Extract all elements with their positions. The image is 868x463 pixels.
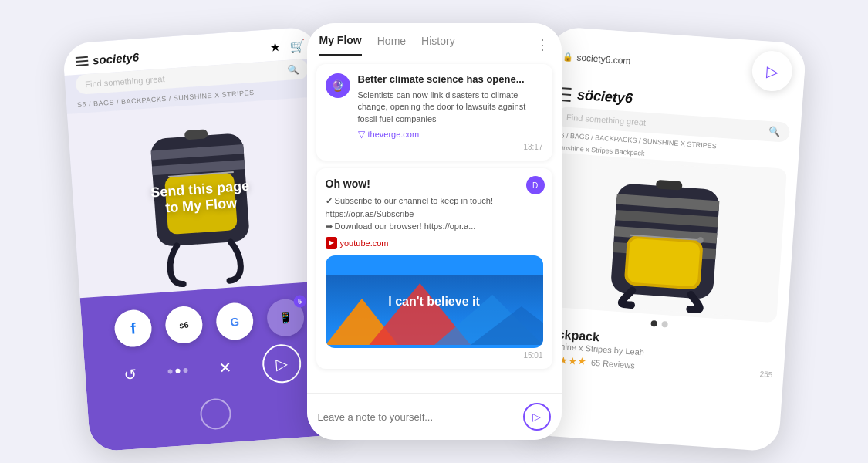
msg-avatar-2: D bbox=[526, 176, 545, 194]
right-search-icon: 🔍 bbox=[768, 126, 780, 137]
search-placeholder-left: Find something great bbox=[84, 74, 164, 89]
mid-messages: 🔮 Better climate science has opene... Sc… bbox=[307, 56, 562, 393]
oh-wow-message-card: D Oh wow! ✔ Subscribe to our channel to … bbox=[316, 168, 552, 369]
phones-container: society6 ★ 🛒 Find something great 🔍 S6 /… bbox=[0, 0, 868, 463]
share-overlay: f s6 G 📱 5 ↺ ✕ ▷ bbox=[79, 280, 344, 452]
tab-home[interactable]: Home bbox=[377, 35, 406, 55]
yt-logo: ▶ bbox=[326, 237, 337, 249]
society6-share-icon[interactable]: s6 bbox=[164, 305, 203, 344]
msg-header-1: 🔮 Better climate science has opene... Sc… bbox=[326, 73, 543, 140]
share-icons-row: f s6 G 📱 5 bbox=[113, 298, 305, 348]
backpack-svg-right bbox=[587, 160, 744, 316]
right-url-bar: 🔒 society6.com bbox=[562, 51, 631, 66]
oh-wow-title: Oh wow! bbox=[326, 177, 543, 190]
right-send-button[interactable]: ▷ bbox=[751, 49, 794, 93]
right-site-logo: söciety6 bbox=[576, 87, 633, 107]
right-phone: 🔒 society6.com ▷ söciety6 Find something… bbox=[524, 26, 806, 452]
youtube-link[interactable]: ▶ youtube.com bbox=[326, 237, 543, 250]
lock-icon: 🔒 bbox=[562, 52, 574, 63]
left-site-name: society6 bbox=[92, 50, 139, 66]
home-indicator[interactable] bbox=[199, 397, 232, 431]
msg-avatar-1: 🔮 bbox=[326, 73, 350, 98]
video-mountains bbox=[326, 275, 543, 348]
article-message-card: 🔮 Better climate science has opene... Sc… bbox=[316, 64, 552, 161]
mid-dots-menu[interactable]: ⋮ bbox=[535, 36, 549, 53]
msg-time-1: 13:17 bbox=[326, 143, 543, 151]
left-logo: society6 bbox=[75, 50, 139, 68]
hamburger-icon[interactable] bbox=[75, 56, 88, 66]
oh-wow-line-1: ✔ Subscribe to our channel to keep in to… bbox=[326, 194, 543, 220]
send-page-overlay: Send this page to My Flow bbox=[150, 178, 251, 218]
video-text: I can't believe it bbox=[388, 295, 480, 309]
google-share-icon[interactable]: G bbox=[214, 302, 254, 341]
oh-wow-body: ✔ Subscribe to our channel to keep in to… bbox=[326, 194, 543, 249]
cart-icon[interactable]: 🛒 bbox=[289, 38, 305, 53]
right-send-icon: ▷ bbox=[765, 62, 778, 81]
mid-phone: My Flow Home History ⋮ 🔮 Better climate … bbox=[307, 23, 562, 440]
oh-wow-line-2: ➡ Download our browser! https://opr.a... bbox=[326, 220, 543, 233]
msg-time-2: 15:01 bbox=[326, 351, 543, 360]
dot-2 bbox=[661, 321, 668, 328]
tab-my-flow[interactable]: My Flow bbox=[319, 34, 362, 56]
mid-phone-content: My Flow Home History ⋮ 🔮 Better climate … bbox=[307, 23, 562, 440]
star-icon[interactable]: ★ bbox=[269, 39, 280, 55]
msg-content-1: Better climate science has opene... Scie… bbox=[358, 73, 543, 140]
close-action-icon[interactable]: ✕ bbox=[218, 358, 232, 377]
note-input-field[interactable] bbox=[318, 411, 515, 423]
right-url-text: society6.com bbox=[576, 52, 630, 66]
video-card[interactable]: I can't believe it bbox=[326, 255, 543, 348]
left-nav-icons: ★ 🛒 bbox=[269, 38, 305, 55]
tab-history[interactable]: History bbox=[421, 35, 455, 55]
facebook-share-icon[interactable]: f bbox=[113, 309, 152, 348]
note-input-bar: ▷ bbox=[307, 393, 562, 440]
device-badge: 5 bbox=[293, 295, 306, 308]
msg-title-1: Better climate science has opene... bbox=[358, 73, 543, 86]
left-phone: society6 ★ 🛒 Find something great 🔍 S6 /… bbox=[62, 26, 344, 452]
device-share-icon[interactable]: 📱 5 bbox=[265, 298, 305, 337]
send-note-button[interactable]: ▷ bbox=[523, 403, 551, 431]
msg-link-1[interactable]: ▽ theverge.com bbox=[358, 129, 543, 140]
msg-body-1: Scientists can now link disasters to cli… bbox=[358, 90, 543, 125]
right-search-placeholder: Find something great bbox=[566, 113, 646, 127]
right-reviews: 65 Reviews bbox=[590, 357, 635, 370]
right-reviews2: 255 bbox=[759, 370, 772, 379]
mid-tabs: My Flow Home History ⋮ bbox=[307, 23, 562, 56]
right-product-image bbox=[543, 153, 786, 323]
left-product-area: Send this page to My Flow bbox=[66, 96, 333, 299]
share-actions-row: ↺ ✕ ▷ bbox=[122, 343, 302, 394]
svg-rect-4 bbox=[184, 129, 208, 140]
refresh-action-icon[interactable]: ↺ bbox=[123, 364, 137, 384]
svg-rect-18 bbox=[627, 238, 700, 287]
dot-1 bbox=[650, 320, 657, 327]
send-action-button[interactable]: ▷ bbox=[261, 343, 302, 384]
search-icon-left: 🔍 bbox=[287, 64, 299, 76]
